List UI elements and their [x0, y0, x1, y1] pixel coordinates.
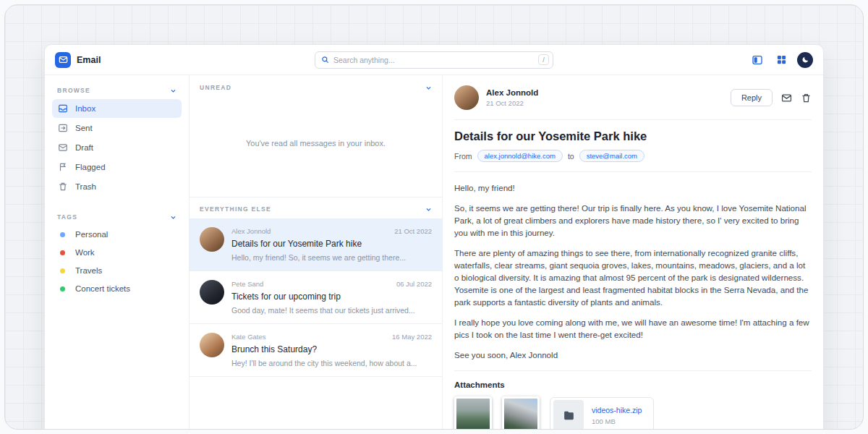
top-bar: Email / — [45, 45, 823, 75]
panel-toggle-button[interactable] — [749, 52, 765, 68]
sidebar-item-label: Flagged — [75, 163, 106, 171]
sidebar-item-flagged[interactable]: Flagged — [52, 158, 182, 176]
mark-unread-button[interactable] — [781, 93, 792, 103]
email-date: 21 Oct 2022 — [486, 99, 538, 107]
delete-button[interactable] — [801, 93, 812, 103]
tag-item-work[interactable]: Work — [52, 244, 182, 261]
apps-grid-button[interactable] — [773, 52, 789, 68]
email-preview: Good day, mate! It seems that our ticket… — [231, 306, 432, 315]
email-subject: Details for our Yosemite Park hike — [231, 239, 432, 249]
main-area: BROWSE Inbox — [45, 75, 823, 430]
top-actions — [749, 52, 813, 68]
tags-collapse-button[interactable] — [170, 214, 176, 221]
email-preview: Hello, my friend! So, it seems we are ge… — [231, 253, 432, 262]
tag-label: Concert tickets — [75, 284, 130, 293]
tags-label: TAGS — [57, 213, 77, 221]
avatar — [200, 227, 224, 252]
unread-section-header: UNREAD — [190, 75, 442, 97]
trash-icon — [58, 182, 68, 192]
to-email-chip[interactable]: steve@mail.com — [579, 150, 644, 162]
email-subject-title: Details for our Yosemite Park hike — [454, 129, 812, 143]
everything-else-label: EVERYTHING ELSE — [200, 205, 271, 213]
from-label: From — [454, 152, 472, 161]
browse-collapse-button[interactable] — [170, 88, 176, 94]
flag-icon — [58, 162, 68, 172]
email-body-paragraph: I really hope you love coming along with… — [454, 316, 812, 341]
search-input[interactable] — [333, 56, 534, 64]
email-list-item[interactable]: Kate Gates 16 May 2022 Brunch this Satur… — [190, 324, 442, 377]
email-date: 16 May 2022 — [392, 333, 432, 341]
sender-info: Alex Jonnold 21 Oct 2022 — [486, 88, 538, 107]
avatar — [454, 85, 479, 110]
attachment-file-card[interactable]: videos-hike.zip 100 MB — [550, 397, 654, 430]
from-to-row: From alex.jonnold@hike.com to steve@mail… — [454, 150, 812, 162]
browse-label: BROWSE — [57, 87, 90, 94]
to-label: to — [568, 152, 574, 161]
page-background: Email / — [4, 4, 864, 430]
tag-item-personal[interactable]: Personal — [52, 226, 182, 243]
unread-label: UNREAD — [200, 84, 231, 91]
unread-collapse-button[interactable] — [425, 85, 432, 91]
sidebar-item-inbox[interactable]: Inbox — [52, 99, 182, 118]
email-summary: Pete Sand 06 Jul 2022 Tickets for our up… — [231, 280, 432, 315]
tag-item-travels[interactable]: Travels — [52, 262, 182, 279]
dark-mode-toggle[interactable] — [797, 52, 813, 68]
email-sender: Kate Gates — [231, 333, 266, 341]
file-name: videos-hike.zip — [592, 406, 642, 414]
sidebar-item-label: Draft — [75, 143, 93, 152]
tag-color-dot — [60, 250, 65, 255]
email-sender: Pete Sand — [231, 280, 263, 288]
inbox-icon — [58, 103, 68, 114]
email-date: 06 Jul 2022 — [396, 280, 432, 288]
divider — [454, 119, 812, 120]
moon-icon — [801, 56, 809, 64]
everything-else-collapse-button[interactable] — [425, 206, 432, 213]
reply-button[interactable]: Reply — [731, 89, 773, 106]
envelope-icon — [781, 93, 792, 103]
email-detail-header: Alex Jonnold 21 Oct 2022 Reply — [454, 85, 812, 110]
email-body-paragraph: See you soon, Alex Jonnold — [454, 349, 812, 361]
trash-icon — [801, 93, 812, 103]
email-summary: Kate Gates 16 May 2022 Brunch this Satur… — [231, 333, 432, 367]
tag-label: Travels — [75, 266, 102, 275]
email-preview: Hey! I'll be around the city this weeken… — [231, 359, 432, 367]
panel-icon — [752, 54, 763, 66]
email-detail: Alex Jonnold 21 Oct 2022 Reply — [443, 75, 823, 430]
brand: Email — [55, 52, 101, 68]
sidebar-item-label: Inbox — [75, 104, 95, 113]
email-body-paragraph: Hello, my friend! — [454, 182, 812, 194]
tag-color-dot — [60, 286, 65, 292]
tag-color-dot — [60, 268, 65, 273]
email-logo-icon — [55, 52, 71, 68]
file-info: videos-hike.zip 100 MB — [592, 406, 642, 425]
sidebar-item-label: Sent — [75, 124, 93, 132]
browse-section-header: BROWSE — [52, 84, 182, 98]
sidebar-item-draft[interactable]: Draft — [52, 138, 182, 157]
search-bar[interactable]: / — [315, 51, 553, 69]
from-email-chip[interactable]: alex.jonnold@hike.com — [477, 150, 563, 162]
sidebar-item-trash[interactable]: Trash — [52, 177, 182, 196]
tags-section-header: TAGS — [52, 210, 182, 225]
sender-name: Alex Jonnold — [486, 88, 538, 97]
avatar — [200, 333, 224, 357]
tag-label: Personal — [75, 230, 108, 239]
sidebar-item-sent[interactable]: Sent — [52, 119, 182, 137]
attachment-image-1[interactable] — [454, 396, 492, 430]
email-actions: Reply — [731, 89, 812, 106]
draft-icon — [58, 142, 68, 153]
message-list: UNREAD You've read all messages in your … — [190, 75, 443, 430]
chevron-down-icon — [425, 85, 432, 91]
search-icon — [321, 56, 329, 64]
tag-item-concert-tickets[interactable]: Concert tickets — [52, 280, 182, 297]
attachment-image-2[interactable] — [502, 396, 540, 430]
email-body-paragraph: So, it seems we are getting there! Our t… — [454, 202, 812, 239]
app-title: Email — [77, 55, 101, 65]
email-date: 21 Oct 2022 — [394, 227, 432, 235]
sent-icon — [58, 123, 68, 133]
tags-section: TAGS Personal Work — [52, 210, 182, 297]
email-list-item[interactable]: Alex Jonnold 21 Oct 2022 Details for our… — [190, 218, 442, 271]
attachments-row: videos-hike.zip 100 MB — [454, 396, 812, 430]
file-size: 100 MB — [592, 417, 642, 425]
email-body: Hello, my friend! So, it seems we are ge… — [454, 182, 812, 361]
email-list-item[interactable]: Pete Sand 06 Jul 2022 Tickets for our up… — [190, 271, 442, 324]
